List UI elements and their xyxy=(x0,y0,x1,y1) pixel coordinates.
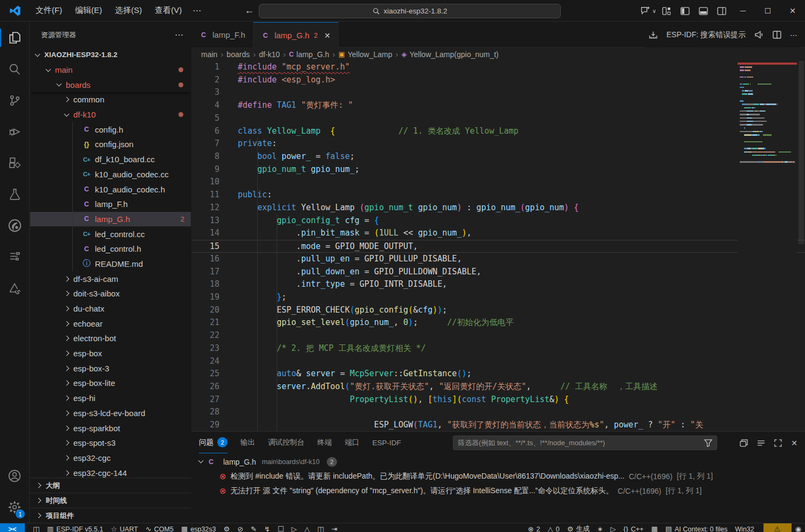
breadcrumb-item-0[interactable]: main xyxy=(201,50,217,59)
copilot-chat-icon[interactable]: ∨ xyxy=(639,3,657,18)
tab-lamp_F.h[interactable]: Clamp_F.h xyxy=(191,22,253,47)
menu-item-3[interactable]: 查看(V) xyxy=(149,3,187,18)
tree-item-esp32-cgc[interactable]: esp32-cgc xyxy=(30,451,191,466)
tree-item-df-s3-ai-cam[interactable]: df-s3-ai-cam xyxy=(30,271,191,286)
tree-item-led_control.cc[interactable]: C+led_control.cc xyxy=(30,226,191,241)
tree-item-config.h[interactable]: Cconfig.h xyxy=(30,122,191,137)
minimize-button[interactable]: ─ xyxy=(731,0,755,22)
espidf-download-icon[interactable] xyxy=(649,31,658,39)
status-flash-play-icon[interactable]: ▷ xyxy=(288,523,301,532)
problem-row-1[interactable]: ⊗无法打开 源 文件 "string" (dependency of "mcp_… xyxy=(191,483,805,498)
tree-item-README.md[interactable]: ⓘREADME.md xyxy=(30,257,191,272)
group-by-icon[interactable] xyxy=(740,439,748,447)
status-remote-indicator[interactable]: >< xyxy=(0,523,25,532)
tree-item-esp-spot-s3[interactable]: esp-spot-s3 xyxy=(30,436,191,451)
sidebar-item-esp-idf-explorer[interactable] xyxy=(0,241,29,272)
status-ports-icon[interactable]: ◫ xyxy=(29,523,43,532)
filter-funnel-icon[interactable] xyxy=(704,439,712,447)
tree-item-doit-s3-aibox[interactable]: doit-s3-aibox xyxy=(30,286,191,301)
tree-item-esp-box-3[interactable]: esp-box-3 xyxy=(30,361,191,376)
tree-item-boards[interactable]: boards xyxy=(30,77,191,92)
command-center-search[interactable]: xiaozhi-esp32-1.8.2 xyxy=(259,4,561,18)
sidebar-section-2[interactable]: 项目组件 xyxy=(30,508,191,523)
tree-item-esp-sparkbot[interactable]: esp-sparkbot xyxy=(30,420,191,436)
tree-item-main[interactable]: main xyxy=(30,63,191,78)
breadcrumb-item-3[interactable]: Clamp_G.h xyxy=(289,50,329,59)
breadcrumb-item-2[interactable]: df-k10 xyxy=(259,50,280,59)
tree-item-df_k10_board.cc[interactable]: C+df_k10_board.cc xyxy=(30,152,191,167)
megaphone-icon[interactable] xyxy=(754,31,764,39)
menu-item-1[interactable]: 编辑(E) xyxy=(70,3,107,18)
tab-lamp_G.h[interactable]: Clamp_G.h2✕ xyxy=(253,22,339,48)
tree-item-config.json[interactable]: {}config.json xyxy=(30,137,191,152)
toggle-primary-sidebar-icon[interactable] xyxy=(676,3,694,18)
tree-item-esp-hi[interactable]: esp-hi xyxy=(30,391,191,406)
sidebar-section-1[interactable]: 时间线 xyxy=(30,493,191,508)
tree-item-echoear[interactable]: echoear xyxy=(30,316,191,331)
close-panel-icon[interactable]: ✕ xyxy=(791,439,797,447)
status-build-flash-monitor-icon[interactable]: ◫ xyxy=(314,523,328,532)
sidebar-item-search[interactable] xyxy=(0,53,29,85)
sidebar-item-testing[interactable] xyxy=(0,178,29,210)
status-cmake-icon[interactable]: ▦ xyxy=(648,523,662,532)
status-platform[interactable]: Win32 xyxy=(731,523,758,532)
code-editor[interactable]: 1#include "mcp_server.h"2#include <esp_l… xyxy=(191,61,805,431)
sidebar-item-explorer[interactable] xyxy=(0,22,29,53)
panel-tab-调试控制台[interactable]: 调试控制台 xyxy=(268,432,305,453)
status-monitor-icon[interactable]: △ xyxy=(301,523,314,532)
customize-layout-icon[interactable] xyxy=(657,3,676,18)
maximize-button[interactable]: ☐ xyxy=(755,0,780,22)
status-edit-icon[interactable]: ✎ xyxy=(247,523,260,532)
status-idf-target[interactable]: ▦esp32s3 xyxy=(177,523,220,532)
tree-item-du-chatx[interactable]: du-chatx xyxy=(30,301,191,316)
status-espidf-warning[interactable]: ⚠ xyxy=(763,523,792,532)
tree-item-lamp_G.h[interactable]: Clamp_G.h2 xyxy=(30,212,191,227)
panel-tab-问题[interactable]: 问题2 xyxy=(199,432,228,453)
tree-item-esp-s3-lcd-ev-board[interactable]: esp-s3-lcd-ev-board xyxy=(30,406,191,421)
problems-filter-input[interactable]: 筛选器(例如 text、**/*.ts、!**/node_modules/**) xyxy=(453,436,717,450)
status-esp-idf-version[interactable]: ▥ESP-IDF v5.5.1 xyxy=(43,523,107,532)
status-build-task[interactable]: ⚙生成 xyxy=(563,523,594,532)
status-idf-terminal-icon[interactable]: ⇥ xyxy=(328,523,341,532)
sidebar-item-extensions[interactable] xyxy=(0,147,29,178)
breadcrumb-item-4[interactable]: ▣Yellow_Lamp xyxy=(338,50,392,59)
tree-item-df-k10[interactable]: df-k10 xyxy=(30,107,191,122)
account-button[interactable] xyxy=(0,460,29,492)
status-build-box-icon[interactable]: ☐ xyxy=(274,523,288,532)
tree-root[interactable]: XIAOZHI-ESP32-1.8.2 xyxy=(30,47,191,63)
close-button[interactable]: ✕ xyxy=(780,0,805,22)
sidebar-item-run-debug[interactable] xyxy=(0,116,29,147)
toggle-secondary-sidebar-icon[interactable] xyxy=(712,3,731,18)
tree-item-electron-bot[interactable]: electron-bot xyxy=(30,331,191,346)
status-problems-warnings[interactable]: △0 xyxy=(544,523,563,532)
sidebar-section-0[interactable]: 大纲 xyxy=(30,478,191,493)
status-full-clean-icon[interactable]: ⊘ xyxy=(233,523,247,532)
view-as-list-icon[interactable] xyxy=(757,440,765,446)
menu-item-2[interactable]: 选择(S) xyxy=(109,3,147,18)
breadcrumb-item-1[interactable]: boards xyxy=(226,50,250,59)
panel-tab-ESP-IDF[interactable]: ESP-IDF xyxy=(373,432,401,453)
maximize-panel-icon[interactable] xyxy=(774,439,782,447)
status-menuconfig-gear-icon[interactable]: ⚙ xyxy=(220,523,234,532)
minimap[interactable] xyxy=(738,61,797,431)
menu-more-button[interactable]: ⋯ xyxy=(187,3,207,18)
panel-tab-终端[interactable]: 终端 xyxy=(318,432,332,453)
panel-tab-输出[interactable]: 输出 xyxy=(240,432,255,453)
tree-item-k10_audio_codec.h[interactable]: Ck10_audio_codec.h xyxy=(30,182,191,197)
problems-file-row[interactable]: C lamp_G.h main\boards\df-k10 2 xyxy=(191,454,805,469)
explorer-more-actions-icon[interactable]: ⋯ xyxy=(175,30,183,40)
tree-item-common[interactable]: common xyxy=(30,92,191,107)
editor-scrollbar[interactable] xyxy=(797,61,805,431)
settings-button[interactable]: 1 xyxy=(0,492,29,523)
status-ai-context[interactable]: ▤AI Context: 0 files xyxy=(662,523,731,532)
editor-more-actions-icon[interactable]: ⋯ xyxy=(790,31,797,39)
nav-back-button[interactable]: ← xyxy=(244,5,254,16)
split-editor-icon[interactable] xyxy=(773,31,781,39)
status-serial-port[interactable]: ∿COM5 xyxy=(142,523,177,532)
close-tab-icon[interactable]: ✕ xyxy=(324,31,331,40)
tree-item-esp-box[interactable]: esp-box xyxy=(30,346,191,361)
panel-tab-端口[interactable]: 端口 xyxy=(345,432,360,453)
breadcrumb-item-5[interactable]: ◈Yellow_Lamp(gpio_num_t) xyxy=(402,50,499,59)
espidf-hint-button[interactable]: ESP-IDF: 搜索错误提示 xyxy=(666,30,746,40)
status-notifications-bell[interactable]: ◉ xyxy=(792,523,805,532)
